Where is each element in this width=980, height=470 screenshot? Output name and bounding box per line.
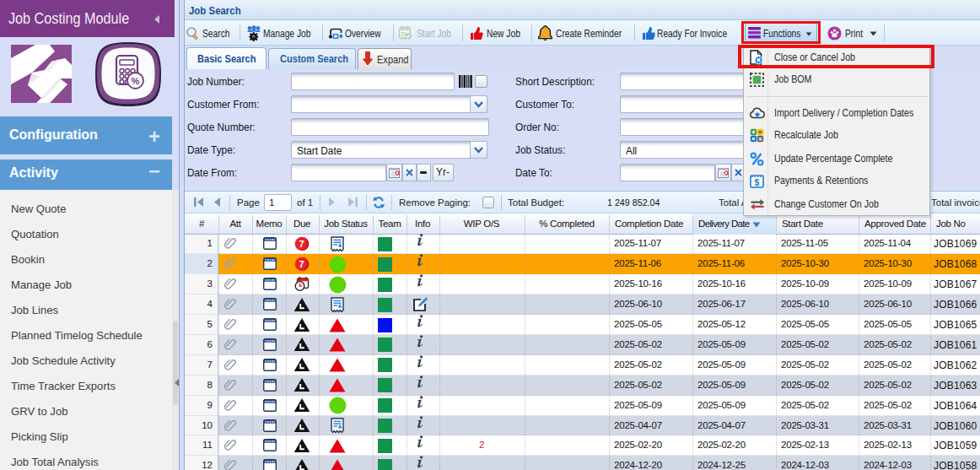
- svg-text:7: 7: [299, 259, 304, 269]
- svg-text:%: %: [132, 76, 140, 86]
- svg-text:$: $: [755, 177, 760, 187]
- svg-text:7: 7: [299, 239, 304, 249]
